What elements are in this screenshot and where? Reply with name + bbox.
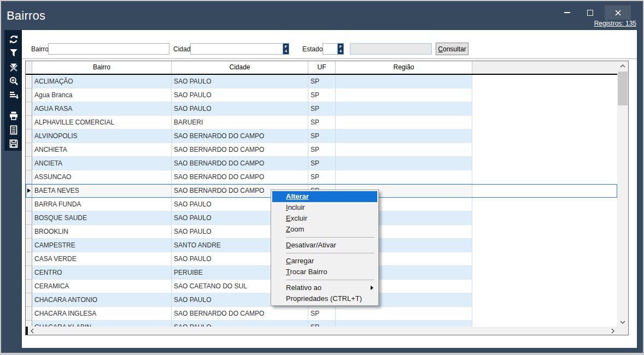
horizontal-scrollbar[interactable] xyxy=(26,327,617,335)
row-selector-cell[interactable] xyxy=(26,75,32,88)
estado-f4-lookup-button[interactable]: F4 xyxy=(337,43,344,55)
column-header-uf[interactable]: UF xyxy=(308,61,336,74)
row-selector-cell[interactable] xyxy=(26,225,32,239)
cell-uf[interactable]: SP xyxy=(308,116,336,129)
row-selector-cell[interactable] xyxy=(26,266,32,280)
cell-uf[interactable]: SP xyxy=(308,157,336,170)
cell-uf[interactable]: SP xyxy=(308,170,336,184)
row-selector-cell[interactable] xyxy=(26,321,32,327)
cell-bairro[interactable]: BOSQUE SAUDE xyxy=(32,211,172,225)
menu-item-incluir[interactable]: Incluir xyxy=(271,202,378,213)
cell-regiao[interactable] xyxy=(336,143,472,157)
row-selector-cell[interactable] xyxy=(26,252,32,266)
menu-item-desativar-ativar[interactable]: Desativar/Ativar xyxy=(271,240,378,251)
table-row[interactable]: ALVINOPOLISSAO BERNARDO DO CAMPOSP xyxy=(26,129,617,143)
menu-item-excluir[interactable]: Excluir xyxy=(271,213,378,224)
close-button[interactable] xyxy=(605,5,631,20)
cell-bairro[interactable]: CENTRO xyxy=(32,266,172,280)
cell-uf[interactable]: SP xyxy=(308,129,336,143)
cell-cidade[interactable]: SAO PAULO xyxy=(172,321,308,327)
row-selector-cell[interactable] xyxy=(26,116,32,129)
row-selector-cell[interactable] xyxy=(26,88,32,102)
cell-cidade[interactable]: SAO BERNARDO DO CAMPO xyxy=(172,170,308,184)
column-header-bairro[interactable]: Bairro xyxy=(32,61,172,74)
row-selector-cell[interactable] xyxy=(26,239,32,252)
cell-regiao[interactable] xyxy=(336,321,472,327)
sidebar-filter-button[interactable] xyxy=(6,46,21,61)
menu-item-zoom[interactable]: Zoom xyxy=(271,224,378,235)
cell-bairro[interactable]: ALVINOPOLIS xyxy=(32,129,172,143)
cell-bairro[interactable]: CERAMICA xyxy=(32,280,172,293)
cell-bairro[interactable]: CHACARA INGLESA xyxy=(32,307,172,321)
cell-bairro[interactable]: BAETA NEVES xyxy=(32,184,172,198)
cell-regiao[interactable] xyxy=(336,88,472,102)
row-selector-cell[interactable] xyxy=(26,307,32,321)
vertical-scrollbar[interactable] xyxy=(617,61,628,327)
scroll-down-icon[interactable] xyxy=(617,317,628,327)
row-selector-cell[interactable] xyxy=(26,293,32,307)
sidebar-clear-filter-button[interactable] xyxy=(6,60,21,74)
consultar-button[interactable]: Consultar xyxy=(436,43,469,55)
row-selector-cell[interactable] xyxy=(26,170,32,184)
menu-item-trocar-bairro[interactable]: Trocar Bairro xyxy=(271,267,378,277)
menu-item-propriedades-ctrl-t[interactable]: Propriedades (CTRL+T) xyxy=(271,293,378,304)
cell-regiao[interactable] xyxy=(336,102,472,116)
cell-regiao[interactable] xyxy=(336,307,472,321)
table-row[interactable]: ACLIMAÇÃOSAO PAULOSP xyxy=(26,75,617,88)
sidebar-print-button[interactable] xyxy=(6,109,21,123)
sidebar-report-button[interactable] xyxy=(6,123,21,137)
cidade-input[interactable] xyxy=(190,43,286,55)
cell-bairro[interactable]: ACLIMAÇÃO xyxy=(32,75,172,88)
scroll-left-icon[interactable] xyxy=(28,327,37,335)
registros-count-link[interactable]: Registros: 135 xyxy=(594,20,636,27)
cell-bairro[interactable]: CHACARA KLABIN xyxy=(32,321,172,327)
cell-bairro[interactable]: CAMPESTRE xyxy=(32,239,172,252)
sidebar-refresh-button[interactable] xyxy=(6,32,21,46)
row-selector-cell[interactable] xyxy=(26,102,32,116)
cell-cidade[interactable]: SAO PAULO xyxy=(172,75,308,88)
cell-regiao[interactable] xyxy=(336,129,472,143)
cell-uf[interactable]: SP xyxy=(308,102,336,116)
menu-item-carregar[interactable]: Carregar xyxy=(271,256,378,267)
row-selector-cell[interactable] xyxy=(26,280,32,293)
cell-cidade[interactable]: SAO BERNARDO DO CAMPO xyxy=(172,129,308,143)
cell-bairro[interactable]: CASA VERDE xyxy=(32,252,172,266)
cell-bairro[interactable]: AGUA RASA xyxy=(32,102,172,116)
row-selector-cell[interactable] xyxy=(26,157,32,170)
row-selector-cell[interactable] xyxy=(26,198,32,211)
table-row[interactable]: CHACARA INGLESASAO BERNARDO DO CAMPOSP xyxy=(26,307,617,321)
cell-bairro[interactable]: BROOKLIN xyxy=(32,225,172,239)
cell-cidade[interactable]: SAO BERNARDO DO CAMPO xyxy=(172,143,308,157)
cell-bairro[interactable]: ANCHIETA xyxy=(32,143,172,157)
cell-bairro[interactable]: ASSUNCAO xyxy=(32,170,172,184)
row-selector-cell[interactable] xyxy=(26,211,32,225)
sidebar-zoom-button[interactable] xyxy=(6,74,21,88)
cell-regiao[interactable] xyxy=(336,170,472,184)
cell-cidade[interactable]: SAO PAULO xyxy=(172,102,308,116)
scroll-right-icon[interactable] xyxy=(608,327,617,335)
table-row[interactable]: ALPHAVILLE COMERCIALBARUERISP xyxy=(26,116,617,129)
table-row[interactable]: CHACARA KLABINSAO PAULOSP xyxy=(26,321,617,327)
cell-bairro[interactable]: Agua Branca xyxy=(32,88,172,102)
cell-uf[interactable]: SP xyxy=(308,143,336,157)
bairro-input[interactable] xyxy=(48,43,169,55)
table-row[interactable]: ANCHIETASAO BERNARDO DO CAMPOSP xyxy=(26,143,617,157)
table-row[interactable]: AGUA RASASAO PAULOSP xyxy=(26,102,617,116)
menu-item-relativo-ao[interactable]: Relativo ao xyxy=(271,282,378,293)
menu-item-alterar[interactable]: Alterar xyxy=(272,191,377,202)
row-selector-cell[interactable] xyxy=(26,143,32,157)
cell-uf[interactable]: SP xyxy=(308,307,336,321)
table-row[interactable]: ASSUNCAOSAO BERNARDO DO CAMPOSP xyxy=(26,170,617,184)
sidebar-sort-button[interactable] xyxy=(6,88,21,102)
cell-cidade[interactable]: SAO PAULO xyxy=(172,88,308,102)
cidade-f4-lookup-button[interactable]: F4 xyxy=(283,43,289,55)
column-header-região[interactable]: Região xyxy=(336,61,472,74)
cell-cidade[interactable]: SAO BERNARDO DO CAMPO xyxy=(172,307,308,321)
cell-bairro[interactable]: CHACARA ANTONIO xyxy=(32,293,172,307)
row-selector-cell[interactable] xyxy=(26,184,32,198)
cell-cidade[interactable]: SAO BERNARDO DO CAMPO xyxy=(172,157,308,170)
sidebar-save-button[interactable] xyxy=(6,137,21,151)
row-selector-cell[interactable] xyxy=(26,129,32,143)
table-row[interactable]: Agua BrancaSAO PAULOSP xyxy=(26,88,617,102)
vertical-scroll-thumb[interactable] xyxy=(618,72,628,105)
